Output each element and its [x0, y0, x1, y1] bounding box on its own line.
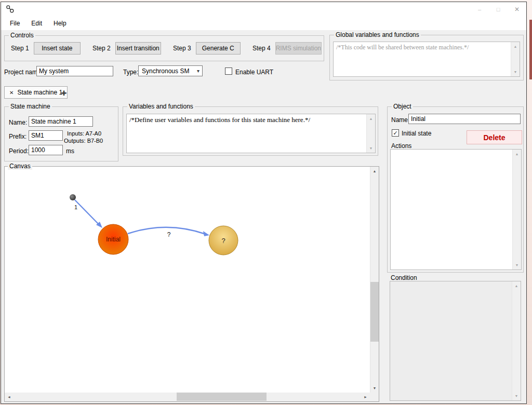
insert-state-button[interactable]: Insert state	[34, 42, 81, 55]
step4-label: Step 4	[252, 45, 271, 52]
initial-marker-dot[interactable]	[70, 194, 76, 200]
title-bar: – □ ✕	[1, 2, 526, 16]
step1-label: Step 1	[11, 45, 29, 52]
state-machine-group: State machine Name: Prefix: Inputs: A7-A…	[4, 106, 118, 161]
step3-label: Step 3	[173, 45, 191, 52]
state-machine-group-label: State machine	[9, 103, 52, 110]
sm-prefix-label: Prefix:	[9, 132, 26, 141]
scroll-up-icon: ▲	[512, 281, 521, 290]
controls-group-label: Controls	[9, 32, 35, 39]
transition-arrowhead	[203, 231, 209, 236]
enable-uart-checkbox[interactable]	[225, 68, 232, 75]
sm-name-label: Name:	[9, 118, 27, 127]
menu-edit[interactable]: Edit	[25, 16, 48, 30]
tab-label: State machine 1	[17, 89, 62, 96]
sm-name-input[interactable]	[29, 116, 93, 127]
menu-help[interactable]: Help	[48, 16, 72, 30]
scrollbar-corner	[370, 393, 379, 401]
canvas-vertical-scrollbar[interactable]: ▲ ▼	[370, 167, 379, 393]
scroll-down-icon[interactable]: ▼	[370, 384, 379, 393]
minimize-button[interactable]: –	[470, 2, 489, 16]
initial-arrow[interactable]	[75, 200, 99, 224]
tab-close-icon[interactable]: ✕	[9, 90, 14, 96]
scroll-up-icon[interactable]: ▲	[370, 167, 379, 176]
project-type-select[interactable]: Synchronous SM ▾	[138, 65, 203, 76]
variables-group: Variables and functions /*Define user va…	[123, 106, 378, 156]
scroll-up-icon: ▲	[367, 114, 375, 123]
controls-group: Controls Step 1 Insert state Step 2 Inse…	[4, 35, 324, 61]
variables-group-label: Variables and functions	[127, 103, 195, 110]
app-icon	[6, 5, 15, 14]
menu-bar: File Edit Help	[1, 16, 526, 30]
global-variables-group-label: Global variables and functions	[334, 31, 421, 38]
object-group: Object Name ✓ Initial state Delete Actio…	[387, 106, 524, 273]
enable-uart-label: Enable UART	[235, 68, 273, 76]
global-variables-scrollbar: ▲ ▼	[511, 42, 520, 76]
maximize-icon: □	[497, 6, 500, 12]
canvas-panel[interactable]: Canvas 1	[4, 166, 379, 402]
project-type-value: Synchronous SM	[142, 68, 189, 75]
initial-state-label: Initial state	[402, 129, 431, 138]
generate-c-button[interactable]: Generate C	[196, 42, 241, 55]
global-variables-group: Global variables and functions /*This co…	[329, 35, 524, 80]
scroll-left-icon[interactable]: ◄	[5, 393, 14, 401]
minimize-icon: –	[478, 6, 481, 12]
state-initial-label: Initial	[106, 236, 121, 243]
transition-label: ?	[167, 231, 171, 238]
dropdown-icon: ▾	[195, 68, 201, 74]
menu-file[interactable]: File	[4, 16, 25, 30]
controls-row: Step 1 Insert state Step 2 Insert transi…	[11, 42, 322, 55]
variables-scrollbar: ▲ ▼	[366, 114, 375, 153]
object-name-label: Name	[391, 116, 408, 124]
global-variables-text: /*This code will be shared between state…	[336, 44, 508, 51]
rims-simulation-button: RIMS simulation	[275, 42, 322, 55]
initial-state-checkbox[interactable]: ✓	[392, 129, 399, 137]
sm-prefix-input[interactable]	[29, 130, 63, 141]
sm-outputs-text: Outputs: B7-B0	[64, 137, 103, 145]
add-tab-button[interactable]: ✚	[59, 88, 69, 98]
tab-state-machine-1[interactable]: ✕ State machine 1	[4, 86, 68, 99]
check-icon: ✓	[393, 130, 397, 136]
object-group-label: Object	[392, 103, 413, 110]
horizontal-scroll-thumb[interactable]	[177, 393, 267, 401]
scroll-up-icon: ▲	[513, 150, 521, 158]
state-diagram[interactable]: 1 Initial ? ?	[5, 167, 370, 393]
state-unnamed-label: ?	[221, 237, 225, 245]
actions-scrollbar: ▲ ▼	[512, 150, 521, 269]
condition-editor[interactable]: ▲ ▼	[390, 281, 521, 401]
close-icon: ✕	[514, 6, 520, 13]
app-window: – □ ✕ File Edit Help Controls Step 1 Ins…	[1, 2, 527, 404]
variables-text: /*Define user variables and functions fo…	[129, 116, 364, 124]
sm-period-label: Period:	[9, 147, 29, 155]
add-icon: ✚	[61, 89, 67, 97]
project-type-label: Type:	[123, 68, 138, 76]
delete-button[interactable]: Delete	[467, 130, 522, 144]
object-name-input[interactable]	[408, 114, 521, 124]
global-variables-editor[interactable]: /*This code will be shared between state…	[333, 42, 520, 77]
scroll-up-icon: ▲	[511, 42, 520, 51]
sm-period-unit: ms	[66, 147, 74, 155]
maximize-button[interactable]: □	[489, 2, 508, 16]
condition-scrollbar: ▲ ▼	[512, 281, 521, 400]
variables-editor[interactable]: /*Define user variables and functions fo…	[126, 114, 376, 153]
actions-editor[interactable]: ▲ ▼	[390, 149, 522, 270]
initial-arrow-label: 1	[74, 204, 77, 210]
scroll-down-icon: ▼	[367, 144, 375, 153]
scroll-right-icon[interactable]: ►	[361, 393, 370, 401]
scroll-down-icon: ▼	[511, 68, 520, 76]
scroll-down-icon: ▼	[513, 261, 521, 269]
vertical-scroll-thumb[interactable]	[370, 282, 379, 342]
window-controls: – □ ✕	[470, 2, 526, 16]
canvas-horizontal-scrollbar[interactable]: ◄ ►	[5, 393, 370, 401]
insert-transition-button[interactable]: Insert transition	[115, 42, 161, 55]
close-button[interactable]: ✕	[508, 2, 526, 16]
project-name-input[interactable]	[36, 66, 113, 76]
step2-label: Step 2	[92, 45, 111, 52]
desktop-edge	[529, 20, 532, 79]
scroll-down-icon: ▼	[512, 392, 521, 400]
sm-period-input[interactable]	[29, 145, 63, 155]
